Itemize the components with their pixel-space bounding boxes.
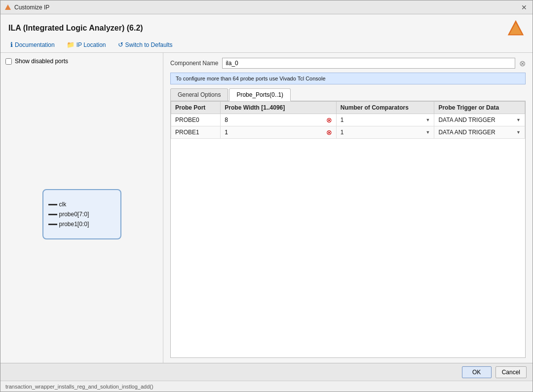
probe-width-input[interactable] xyxy=(225,129,324,136)
xilinx-logo-icon xyxy=(507,19,525,37)
trigger-data-dropdown-arrow[interactable]: ▼ xyxy=(516,130,521,135)
switch-defaults-button[interactable]: ↺ Switch to Defaults xyxy=(116,40,175,49)
diagram-area: clk probe0[7:0] probe1[0 xyxy=(5,71,158,358)
app-title-row: ILA (Integrated Logic Analyzer) (6.2) xyxy=(8,19,525,37)
cancel-button[interactable]: Cancel xyxy=(495,366,527,378)
left-panel: Show disabled ports clk xyxy=(0,53,163,363)
clear-component-name-button[interactable]: ⊗ xyxy=(519,59,526,68)
cell-probe-port: PROBE0 xyxy=(171,114,221,126)
component-name-label: Component Name xyxy=(170,60,218,67)
main-content: Show disabled ports clk xyxy=(0,53,533,363)
probe1-label: probe1[0:0] xyxy=(59,221,89,228)
probe1-port: probe1[0:0] xyxy=(59,221,109,228)
col-header-probe-width: Probe Width [1..4096] xyxy=(221,102,336,114)
clear-width-button[interactable]: ⊗ xyxy=(326,116,332,124)
comparators-value: 1 xyxy=(341,117,425,123)
probe0-label: probe0[7:0] xyxy=(59,211,89,218)
clk-port-wrapper: clk xyxy=(59,201,109,208)
svg-marker-0 xyxy=(5,4,11,10)
app-title-text: ILA (Integrated Logic Analyzer) (6.2) xyxy=(8,24,143,33)
comparators-value: 1 xyxy=(341,129,425,136)
show-disabled-ports-row: Show disabled ports xyxy=(5,58,158,65)
info-bar: To configure more than 64 probe ports us… xyxy=(170,73,526,84)
cell-probe-width: ⊗ xyxy=(221,114,336,126)
comparators-dropdown-arrow[interactable]: ▼ xyxy=(425,130,430,135)
probe-width-input[interactable] xyxy=(225,117,324,123)
right-panel: Component Name ⊗ To configure more than … xyxy=(163,53,533,363)
tab-content: Probe Port Probe Width [1..4096] Number … xyxy=(170,101,526,358)
title-bar: Customize IP ✕ xyxy=(0,0,533,14)
cell-probe-port: PROBE1 xyxy=(171,126,221,139)
folder-icon: 📁 xyxy=(67,41,75,48)
status-bar: transaction_wrapper_installs_reg_and_sol… xyxy=(0,381,533,392)
tab-general-options-label: General Options xyxy=(178,91,221,98)
probe0-port: probe0[7:0] xyxy=(59,211,109,218)
refresh-icon: ↺ xyxy=(118,41,123,48)
window-title: Customize IP xyxy=(14,4,49,11)
col-header-probe-port: Probe Port xyxy=(171,102,221,114)
trigger-data-dropdown-arrow[interactable]: ▼ xyxy=(516,118,521,122)
ok-button[interactable]: OK xyxy=(462,366,492,378)
probe1-port-wrapper: probe1[0:0] xyxy=(59,221,109,228)
switch-defaults-label: Switch to Defaults xyxy=(125,41,173,48)
component-name-input[interactable] xyxy=(222,58,515,69)
tab-probe-ports-label: Probe_Ports(0..1) xyxy=(236,91,283,98)
table-row: PROBE1 ⊗ 1 ▼ DATA AND TRIGGER ▼ xyxy=(171,126,525,139)
show-disabled-ports-label: Show disabled ports xyxy=(15,58,68,65)
col-header-trigger-data: Probe Trigger or Data xyxy=(434,102,525,114)
trigger-data-value: DATA AND TRIGGER xyxy=(438,129,515,136)
show-disabled-ports-checkbox[interactable] xyxy=(5,58,12,65)
ip-location-button[interactable]: 📁 IP Location xyxy=(65,40,108,49)
clear-width-button[interactable]: ⊗ xyxy=(326,128,332,136)
tabs-row: General Options Probe_Ports(0..1) xyxy=(170,88,526,101)
app-header: ILA (Integrated Logic Analyzer) (6.2) ℹ … xyxy=(0,14,533,53)
component-name-row: Component Name ⊗ xyxy=(170,58,526,69)
comparators-dropdown-arrow[interactable]: ▼ xyxy=(425,118,430,122)
ip-block: clk probe0[7:0] probe1[0 xyxy=(42,189,121,239)
trigger-data-value: DATA AND TRIGGER xyxy=(438,117,515,123)
toolbar: ℹ Documentation 📁 IP Location ↺ Switch t… xyxy=(8,40,525,49)
cell-trigger-data: DATA AND TRIGGER ▼ xyxy=(434,114,525,126)
ip-location-label: IP Location xyxy=(76,41,106,48)
clk-label: clk xyxy=(59,201,67,208)
cell-probe-width: ⊗ xyxy=(221,126,336,139)
cell-num-comparators: 1 ▼ xyxy=(336,114,434,126)
tab-probe-ports[interactable]: Probe_Ports(0..1) xyxy=(229,88,291,101)
cell-num-comparators: 1 ▼ xyxy=(336,126,434,139)
info-icon: ℹ xyxy=(10,41,13,48)
status-text: transaction_wrapper_installs_reg_and_sol… xyxy=(5,384,153,390)
window-close-button[interactable]: ✕ xyxy=(520,3,529,12)
table-row: PROBE0 ⊗ 1 ▼ DATA AND TRIGGER ▼ xyxy=(171,114,525,126)
clk-port: clk xyxy=(59,201,109,208)
documentation-button[interactable]: ℹ Documentation xyxy=(8,40,57,49)
documentation-label: Documentation xyxy=(15,41,55,48)
bottom-bar: OK Cancel xyxy=(0,363,533,381)
app-icon xyxy=(4,4,11,11)
title-bar-left: Customize IP xyxy=(4,4,49,11)
col-header-num-comparators: Number of Comparators xyxy=(336,102,434,114)
main-window: Customize IP ✕ ILA (Integrated Logic Ana… xyxy=(0,0,533,392)
cell-trigger-data: DATA AND TRIGGER ▼ xyxy=(434,126,525,139)
probe0-port-wrapper: probe0[7:0] xyxy=(59,211,109,218)
tab-general-options[interactable]: General Options xyxy=(170,88,228,101)
probe-table: Probe Port Probe Width [1..4096] Number … xyxy=(171,101,525,139)
info-message: To configure more than 64 probe ports us… xyxy=(176,76,326,81)
